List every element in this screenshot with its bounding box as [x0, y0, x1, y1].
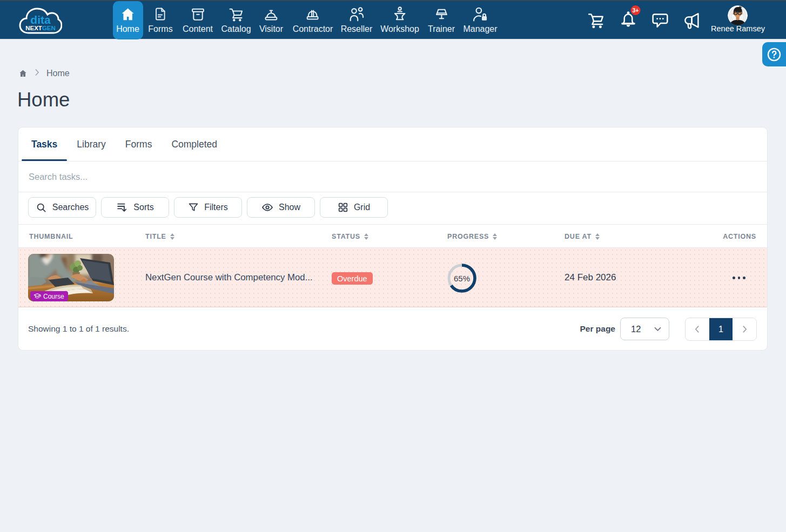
- svg-text:NEXTGEN: NEXTGEN: [25, 25, 56, 31]
- svg-text:dita: dita: [30, 14, 51, 26]
